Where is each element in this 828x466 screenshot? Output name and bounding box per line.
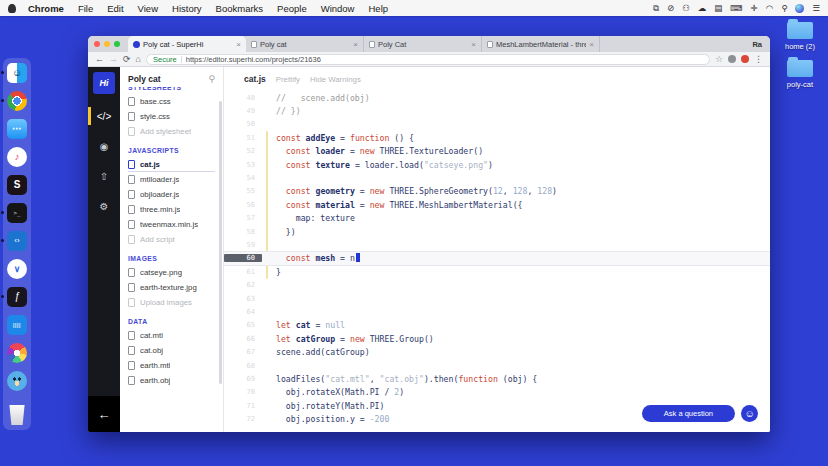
finder-dock-icon[interactable]: ☺ <box>7 63 27 83</box>
twitter-dock-icon[interactable] <box>7 371 27 391</box>
desktop-icon-home-2[interactable]: home (2) <box>785 22 815 51</box>
file-item-tweenmax-min-js[interactable]: tweenmax.min.js <box>128 217 215 232</box>
home-icon[interactable]: ⌂ <box>136 55 141 64</box>
search-icon[interactable]: ⚲ <box>208 74 215 84</box>
hide-warnings-button[interactable]: Hide Warnings <box>310 75 361 84</box>
terminal-dock-icon[interactable]: >_ <box>7 203 27 223</box>
browser-tab-poly-cat[interactable]: Poly cat× <box>246 36 364 52</box>
browser-tab-meshlambertmaterial-threa[interactable]: MeshLambertMaterial - threa× <box>482 36 600 52</box>
spotlight-icon[interactable]: ⚲ <box>781 3 787 13</box>
forward-icon[interactable]: → <box>109 55 118 64</box>
code-line[interactable]: 61} <box>224 265 770 278</box>
file-item-objloader-js[interactable]: objloader.js <box>128 187 215 202</box>
code-line[interactable]: 62 <box>224 278 770 291</box>
browser-profile-label[interactable]: Ra <box>752 40 762 49</box>
browser-menu-icon[interactable]: ⋮ <box>754 54 763 64</box>
back-arrow-button[interactable]: ← <box>88 396 120 432</box>
chrome-dock-icon[interactable] <box>7 91 27 111</box>
file-item-base-css[interactable]: base.css <box>128 94 215 109</box>
code-line[interactable]: 57 map: texture <box>224 212 770 225</box>
code-line[interactable]: 49// }) <box>224 104 770 117</box>
zoom-window-button[interactable] <box>114 41 120 47</box>
figma-dock-icon[interactable]: ƒ <box>7 287 27 307</box>
file-item-cat-mtl[interactable]: cat.mtl <box>128 328 215 343</box>
tab-close-icon[interactable]: × <box>236 40 241 49</box>
refresh-icon[interactable]: ⟳ <box>123 55 131 64</box>
code-line[interactable]: 58 }) <box>224 225 770 238</box>
desktop-icon-poly-cat[interactable]: poly-cat <box>787 60 813 89</box>
browser-tab-poly-cat[interactable]: Poly Cat× <box>364 36 482 52</box>
menu-item-edit[interactable]: Edit <box>100 3 130 14</box>
code-line[interactable]: 65let cat = null <box>224 319 770 332</box>
active-file-tab[interactable]: cat.js <box>244 74 266 84</box>
file-item-style-css[interactable]: style.css <box>128 109 215 124</box>
adblock-extension-icon[interactable] <box>741 55 749 63</box>
preview-eye-icon[interactable]: ◉ <box>88 132 120 160</box>
do-not-disturb-icon[interactable]: ⊘ <box>667 3 674 13</box>
menu-item-history[interactable]: History <box>165 3 209 14</box>
superhi-logo[interactable]: Hi <box>93 72 115 94</box>
code-line[interactable]: 64 <box>224 305 770 318</box>
file-item-mtlloader-js[interactable]: mtlloader.js <box>128 172 215 187</box>
menu-item-bookmarks[interactable]: Bookmarks <box>209 3 271 14</box>
code-line[interactable]: 69loadFiles("cat.mtl", "cat.obj").then(f… <box>224 372 770 385</box>
tab-close-icon[interactable]: × <box>353 40 358 49</box>
code-line[interactable]: 54 <box>224 171 770 184</box>
settings-gear-icon[interactable]: ⚙ <box>88 192 120 220</box>
mail-dock-icon[interactable]: ∨ <box>7 259 27 279</box>
browser-tab-poly-cat-superhi[interactable]: Poly cat - SuperHi× <box>128 36 246 52</box>
menu-item-view[interactable]: View <box>131 3 165 14</box>
code-line[interactable]: 59 <box>224 238 770 251</box>
cloud-icon[interactable]: ☁ <box>698 3 707 13</box>
bookmark-star-icon[interactable]: ☆ <box>715 54 723 64</box>
messages-dock-icon[interactable]: ⋯ <box>7 119 27 139</box>
add-file-item-upload-images[interactable]: Upload images <box>128 295 215 310</box>
file-item-catseye-png[interactable]: catseye.png <box>128 265 215 280</box>
file-item-earth-obj[interactable]: earth.obj <box>128 373 215 388</box>
display-icon[interactable]: ▤ <box>714 3 722 13</box>
keyboard-icon[interactable]: ⌨ <box>730 3 742 13</box>
code-line[interactable]: 51const addEye = function () { <box>224 131 770 144</box>
file-item-cat-js[interactable]: cat.js <box>128 157 215 172</box>
tab-close-icon[interactable]: × <box>471 40 476 49</box>
vscode-dock-icon[interactable]: ‹› <box>7 231 27 251</box>
code-line[interactable]: 68 <box>224 359 770 372</box>
sidebar-scrollbar[interactable] <box>219 101 222 384</box>
airplay-plus-icon[interactable]: ✛ <box>751 3 758 13</box>
minimize-window-button[interactable] <box>104 41 110 47</box>
code-line[interactable]: 53 const texture = loader.load("catseye.… <box>224 158 770 171</box>
sketch-dock-icon[interactable] <box>7 343 27 363</box>
url-text[interactable]: https://editor.superhi.com/projects/2163… <box>186 55 321 64</box>
code-line[interactable]: 70 obj.rotateX(Math.PI / 2) <box>224 386 770 399</box>
secure-badge[interactable]: Secure <box>153 55 177 64</box>
code-line[interactable]: 56 const material = new THREE.MeshLamber… <box>224 198 770 211</box>
code-line[interactable]: 48// scene.add(obj) <box>224 91 770 104</box>
extension-icon[interactable] <box>728 55 736 63</box>
share-upload-icon[interactable]: ⇧ <box>88 162 120 190</box>
file-item-three-min-js[interactable]: three.min.js <box>128 202 215 217</box>
add-file-item-add-script[interactable]: Add script <box>128 232 215 247</box>
file-item-cat-obj[interactable]: cat.obj <box>128 343 215 358</box>
code-line[interactable]: 60 const mesh = n <box>224 252 770 265</box>
back-icon[interactable]: ← <box>95 55 104 64</box>
chat-smiley-button[interactable]: ☺ <box>741 405 758 422</box>
menu-item-file[interactable]: File <box>71 3 100 14</box>
code-editor[interactable]: 48// scene.add(obj)49// })5051const addE… <box>224 91 770 432</box>
screen-mirroring-icon[interactable]: ⧉ <box>653 3 659 14</box>
slack-dock-icon[interactable]: S <box>7 175 27 195</box>
address-bar[interactable]: Secure https://editor.superhi.com/projec… <box>146 54 710 65</box>
menu-item-people[interactable]: People <box>270 3 314 14</box>
user-switch-icon[interactable]: ⚇ <box>682 3 690 13</box>
code-line[interactable]: 67scene.add(catGroup) <box>224 345 770 358</box>
code-line[interactable]: 50 <box>224 118 770 131</box>
notification-center-icon[interactable]: ☰ <box>812 3 820 13</box>
siri-icon[interactable] <box>795 4 804 13</box>
menu-item-chrome[interactable]: Chrome <box>21 3 71 14</box>
file-item-earth-texture-jpg[interactable]: earth-texture.jpg <box>128 280 215 295</box>
wifi-icon[interactable]: ◠ <box>766 3 773 13</box>
menu-item-help[interactable]: Help <box>361 3 395 14</box>
add-file-item-add-stylesheet[interactable]: Add stylesheet <box>128 124 215 139</box>
menu-item-window[interactable]: Window <box>314 3 362 14</box>
close-window-button[interactable] <box>94 41 100 47</box>
trash-dock-icon[interactable] <box>7 405 27 425</box>
